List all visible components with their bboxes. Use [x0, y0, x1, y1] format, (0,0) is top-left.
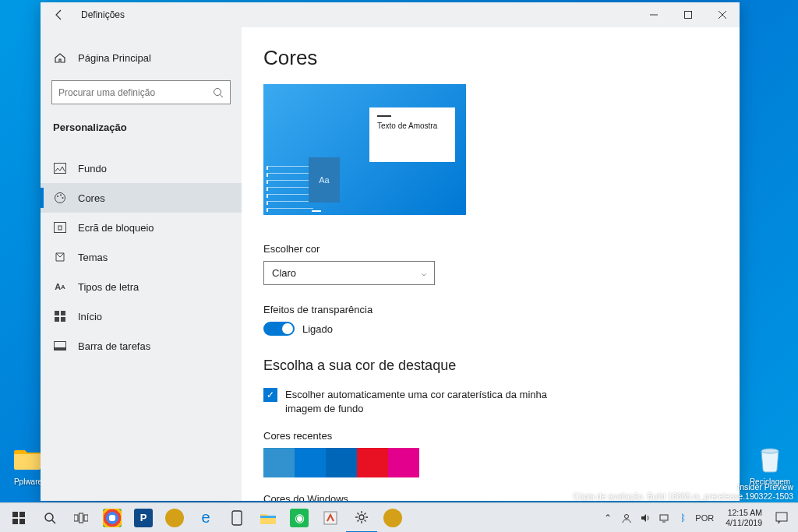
- tray-network-icon[interactable]: [655, 513, 673, 523]
- settings-window: Definições Página Principal Personalizaç…: [41, 2, 740, 501]
- svg-point-0: [761, 449, 779, 453]
- svg-point-9: [62, 197, 64, 199]
- back-button[interactable]: [53, 9, 65, 21]
- sidebar-item-fonts[interactable]: AA Tipos de letra: [41, 272, 242, 301]
- svg-point-7: [57, 196, 58, 197]
- svg-rect-25: [79, 513, 83, 523]
- svg-rect-21: [19, 519, 25, 524]
- svg-rect-12: [55, 311, 59, 315]
- insider-watermark: Insider Preview Cópia de avaliação. Buil…: [573, 482, 793, 501]
- taskbar-app-generic2[interactable]: [377, 503, 408, 533]
- sidebar-home[interactable]: Página Principal: [41, 44, 242, 71]
- chevron-down-icon: ⌵: [422, 269, 426, 277]
- svg-rect-18: [12, 512, 18, 517]
- titlebar: Definições: [41, 2, 740, 27]
- tray-bluetooth-icon[interactable]: ᛒ: [674, 513, 691, 523]
- color-swatch[interactable]: [388, 448, 419, 477]
- auto-accent-checkbox[interactable]: ✓: [263, 388, 277, 402]
- taskbar-app-edge[interactable]: e: [190, 503, 221, 533]
- sidebar-item-label: Fundo: [78, 163, 107, 174]
- taskbar-app-generic1[interactable]: [159, 503, 190, 533]
- sidebar-item-taskbar[interactable]: Barra de tarefas: [41, 331, 242, 361]
- color-mode-dropdown[interactable]: Claro ⌵: [263, 261, 435, 285]
- action-center-button[interactable]: [768, 512, 795, 524]
- recent-colors-row: [263, 448, 718, 477]
- dropdown-value: Claro: [272, 267, 296, 279]
- tray-chevron-up-icon[interactable]: ⌃: [599, 513, 616, 523]
- close-button[interactable]: [705, 2, 740, 27]
- choose-color-label: Escolher cor: [263, 243, 718, 255]
- taskbar-icon: [53, 339, 67, 353]
- fonts-icon: AA: [53, 280, 67, 294]
- svg-rect-11: [58, 226, 62, 230]
- svg-rect-13: [61, 311, 65, 315]
- svg-rect-34: [776, 513, 787, 521]
- page-title: Cores: [263, 46, 718, 70]
- svg-rect-26: [84, 515, 88, 521]
- color-swatch[interactable]: [263, 448, 295, 477]
- svg-line-4: [221, 94, 224, 97]
- sidebar-item-label: Cores: [78, 192, 105, 204]
- color-swatch[interactable]: [357, 448, 388, 477]
- tray-volume-icon[interactable]: [637, 513, 654, 523]
- sidebar-category: Personalização: [41, 115, 242, 144]
- svg-rect-14: [55, 317, 59, 322]
- maximize-button[interactable]: [671, 2, 705, 27]
- search-icon: [213, 87, 224, 98]
- recent-colors-label: Cores recentes: [263, 430, 718, 442]
- svg-point-31: [625, 514, 629, 518]
- tray-language[interactable]: POR: [693, 513, 716, 523]
- taskbar: P e ◉ ⌃ ᛒ POR 12:15 AM 4/11/2019: [0, 502, 798, 532]
- transparency-label: Efeitos de transparência: [263, 304, 718, 315]
- search-button[interactable]: [34, 503, 65, 533]
- theme-preview: Texto de Amostra Aa: [263, 84, 466, 215]
- svg-line-23: [52, 520, 55, 523]
- taskbar-app-phone[interactable]: [221, 503, 252, 533]
- taskbar-app-p[interactable]: P: [128, 503, 159, 533]
- sidebar-item-background[interactable]: Fundo: [41, 153, 242, 183]
- svg-rect-27: [232, 511, 242, 525]
- themes-icon: [53, 250, 67, 264]
- taskbar-app-green[interactable]: ◉: [284, 503, 315, 533]
- content-pane: Cores Texto de Amostra Aa Escolher cor: [242, 27, 740, 501]
- sidebar-item-themes[interactable]: Temas: [41, 242, 242, 272]
- picture-icon: [53, 161, 67, 175]
- taskbar-app-chrome[interactable]: [97, 503, 128, 533]
- preview-sample-card: Texto de Amostra: [369, 107, 455, 162]
- search-box[interactable]: [51, 80, 231, 104]
- start-icon: [53, 309, 67, 323]
- sidebar-item-colors[interactable]: Cores: [41, 183, 242, 213]
- minimize-button[interactable]: [637, 2, 671, 27]
- system-tray: ⌃ ᛒ POR: [599, 513, 719, 523]
- taskbar-app-explorer[interactable]: [252, 503, 284, 533]
- svg-rect-2: [685, 12, 692, 19]
- recycle-bin-icon: [754, 443, 786, 474]
- svg-rect-15: [61, 317, 65, 322]
- taskbar-app-paint[interactable]: [315, 503, 346, 533]
- home-icon: [53, 51, 67, 65]
- taskview-button[interactable]: [65, 503, 97, 533]
- color-swatch[interactable]: [326, 448, 357, 477]
- svg-rect-28: [260, 516, 276, 518]
- sidebar: Página Principal Personalização Fundo Co…: [41, 27, 242, 501]
- sidebar-item-lockscreen[interactable]: Ecrã de bloqueio: [41, 213, 242, 242]
- accent-heading: Escolha a sua cor de destaque: [263, 358, 718, 374]
- transparency-toggle[interactable]: [263, 322, 295, 336]
- taskbar-app-settings[interactable]: [346, 503, 377, 533]
- lockscreen-icon: [53, 220, 67, 234]
- svg-rect-20: [12, 519, 18, 524]
- sidebar-item-start[interactable]: Início: [41, 301, 242, 331]
- taskbar-clock[interactable]: 12:15 AM 4/11/2019: [719, 508, 768, 527]
- search-input[interactable]: [58, 87, 213, 98]
- palette-icon: [53, 191, 67, 205]
- svg-rect-17: [55, 347, 66, 351]
- sidebar-item-label: Barra de tarefas: [78, 340, 150, 352]
- sidebar-item-label: Ecrã de bloqueio: [78, 222, 154, 234]
- desktop-icon-recycle[interactable]: Reciclagem: [747, 443, 793, 487]
- window-title: Definições: [81, 9, 125, 20]
- sidebar-item-label: Início: [78, 311, 102, 322]
- tray-people-icon[interactable]: [618, 513, 635, 523]
- color-swatch[interactable]: [295, 448, 326, 477]
- start-button[interactable]: [3, 503, 34, 533]
- svg-rect-10: [55, 223, 66, 233]
